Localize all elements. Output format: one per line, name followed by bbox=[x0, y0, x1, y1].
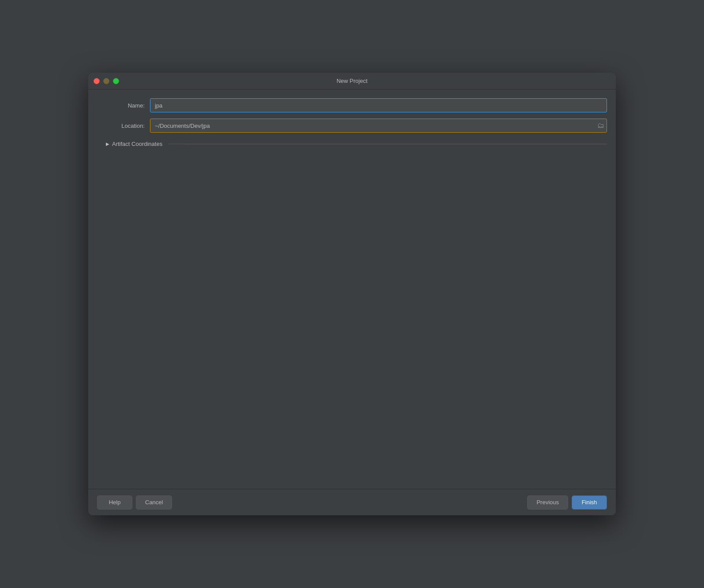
cancel-button[interactable]: Cancel bbox=[136, 495, 172, 510]
finish-button[interactable]: Finish bbox=[572, 495, 607, 510]
window-title: New Project bbox=[337, 78, 367, 84]
bottom-left-buttons: Help Cancel bbox=[97, 495, 172, 510]
name-row: Name: bbox=[97, 98, 607, 112]
close-button[interactable] bbox=[94, 78, 100, 84]
title-bar: New Project bbox=[88, 73, 616, 89]
artifact-divider bbox=[169, 144, 607, 144]
bottom-bar: Help Cancel Previous Finish bbox=[88, 489, 616, 515]
name-label: Name: bbox=[97, 102, 150, 109]
artifact-coordinates-label: Artifact Coordinates bbox=[112, 141, 162, 147]
chevron-right-icon: ▶ bbox=[106, 141, 109, 146]
browse-folder-button[interactable]: 🗂 bbox=[597, 122, 604, 130]
bottom-right-buttons: Previous Finish bbox=[527, 495, 607, 510]
name-input[interactable] bbox=[150, 98, 607, 112]
location-input-wrapper: 🗂 bbox=[150, 119, 607, 133]
artifact-section: ▶ Artifact Coordinates bbox=[97, 139, 607, 149]
main-content: Name: Location: 🗂 ▶ Artifact Coordinates bbox=[88, 89, 616, 489]
location-row: Location: 🗂 bbox=[97, 119, 607, 133]
location-label: Location: bbox=[97, 123, 150, 129]
minimize-button[interactable] bbox=[103, 78, 109, 84]
new-project-window: New Project Name: Location: 🗂 bbox=[88, 73, 616, 515]
traffic-lights bbox=[94, 78, 119, 84]
folder-icon: 🗂 bbox=[597, 122, 604, 130]
artifact-header[interactable]: ▶ Artifact Coordinates bbox=[97, 139, 607, 149]
help-button[interactable]: Help bbox=[97, 495, 132, 510]
form-area: Name: Location: 🗂 ▶ Artifact Coordinates bbox=[97, 98, 607, 489]
location-input[interactable] bbox=[150, 119, 607, 133]
maximize-button[interactable] bbox=[113, 78, 119, 84]
previous-button[interactable]: Previous bbox=[527, 495, 568, 510]
